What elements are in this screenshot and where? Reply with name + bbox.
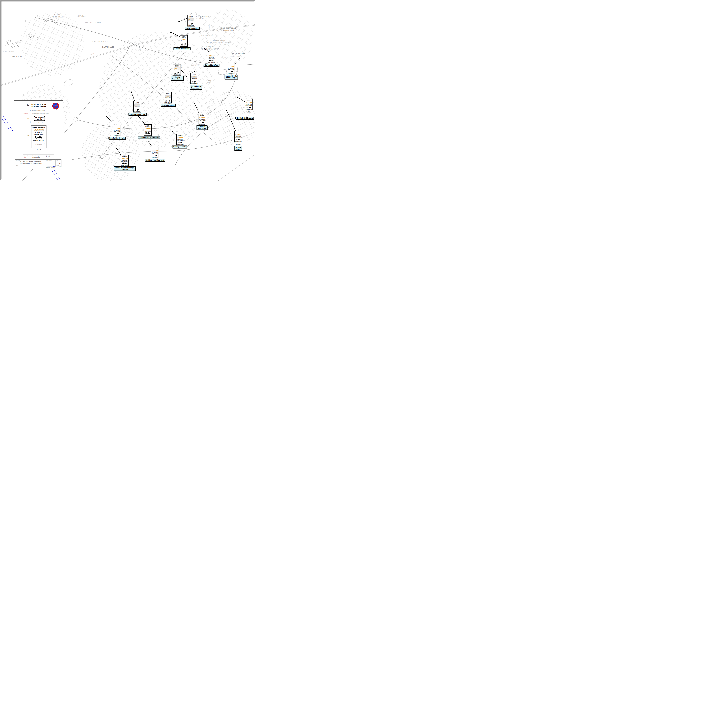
integrar-note: (Per integrar en senyal de Ø 60) (30, 110, 44, 111)
children-car-icon (31, 135, 46, 139)
children-car-icon (151, 154, 159, 157)
school-label: Col·legi Pare Manyanet (145, 159, 165, 161)
school-label: Col·legiSant Josep (197, 125, 208, 130)
school-sign: CARRIL RESERVAT ÚS EXCLUSIU ACCÉS ALUMNE… (208, 52, 215, 63)
school-sign: CARRIL RESERVAT ÚS EXCLUSIU ACCÉS ALUMNE… (245, 99, 253, 110)
legend-panel: 2 x de 07:30h a 09:15h de 11:45h a 18:00… (14, 101, 63, 169)
org-cell: Guàrdia UrbanaMobilitat i Circulació (46, 165, 55, 167)
exp-cell: Exp. (55, 160, 61, 162)
children-car-icon (228, 70, 234, 73)
school-sign: CARRIL RESERVAT ÚS EXCLUSIU ACCÉS ALUMNE… (113, 125, 121, 136)
title-block: Descripció MODIFICACIÓ ESTACIONAMENT PER… (15, 159, 61, 167)
sign-title: CARRIL RESERVAT (164, 93, 171, 95)
reserved-lane-icon (151, 150, 159, 152)
school-sign: CARRIL RESERVAT ÚS EXCLUSIU ACCÉS ALUMNE… (133, 101, 141, 113)
reserved-lane-icon (31, 128, 46, 131)
school-sign: CARRIL RESERVAT ÚS EXCLUSIU ACCÉS ALUMNE… (121, 155, 128, 166)
school-sign: CARRIL RESERVAT ÚS EXCLUSIU ACCÉS ALUMNE… (198, 114, 206, 125)
sign-title: CARRIL RESERVAT (134, 102, 141, 104)
escala-cell: Escala ---- (55, 165, 61, 167)
sign-title: CARRIL RESERVAT (188, 16, 195, 18)
sign-title: CARRIL RESERVAT (151, 148, 159, 150)
reserved-lane-icon (144, 127, 151, 129)
sign-title: CARRIL RESERVAT (208, 53, 215, 54)
school-label: EscolaMaria Cortina (171, 76, 184, 80)
children-car-icon (144, 132, 151, 134)
school-sign: CARRIL RESERVAT ÚS EXCLUSIU ACCÉS ALUMNE… (144, 124, 151, 136)
children-car-icon (134, 109, 141, 111)
school-sign: CARRIL RESERVAT ÚS EXCLUSIU ACCÉS ALUMNE… (173, 64, 181, 76)
children-car-icon (164, 100, 171, 102)
reserved-lane-icon (121, 157, 128, 160)
reserved-lane-icon (228, 66, 234, 68)
children-car-icon (208, 60, 215, 62)
calendar-sign: En calendariescolar (34, 116, 45, 121)
school-sign: CARRIL RESERVAT ÚS EXCLUSIU ACCÉS ALUMNE… (227, 63, 235, 74)
school-label: Col·legi La Salle (172, 145, 187, 148)
sign-title: CARRIL RESERVAT (199, 114, 206, 116)
school-label: Escola Montsant (185, 27, 200, 29)
children-car-icon (177, 141, 184, 143)
school-label: Escola General Prim (128, 113, 147, 116)
school-sign: CARRIL RESERVAT ÚS EXCLUSIU ACCÉS ALUMNE… (180, 35, 188, 47)
reserved-lane-icon (199, 116, 206, 119)
school-sign: CARRIL RESERVAT ÚS EXCLUSIU ACCÉS ALUMNE… (234, 131, 242, 142)
no-parking-icon: de 07:30h a 09:15hde 11:45h a 18:00h (52, 102, 59, 109)
map-sheet: MAS BATLLEURB. PELAYOINSTITUTPERE MATADI… (0, 0, 255, 180)
school-label: Escola Misericordia (108, 137, 125, 139)
suport-note: (Segons mesures placa suport) (30, 121, 44, 122)
reserved-lane-icon (164, 95, 171, 97)
school-label: Col·legi de laPresentació (190, 85, 202, 89)
sign-title: CARRIL RESERVAT (173, 65, 180, 67)
qty-bottom: 2 x (27, 135, 29, 137)
reserved-lane-icon (191, 76, 198, 78)
children-car-icon (199, 121, 206, 124)
sign-title: CARRIL RESERVAT (121, 156, 128, 157)
sign-title: CARRIL RESERVAT (235, 132, 242, 133)
reserved-lane-icon (134, 104, 141, 106)
qty-mid: 2 x (27, 118, 29, 119)
children-car-icon (113, 133, 121, 135)
sign-title: CARRIL RESERVAT (180, 36, 187, 38)
school-sign: CARRIL RESERVAT ÚS EXCLUSIU ACCÉS ALUMNE… (164, 92, 172, 104)
hours-text: de 07:30h a 09:15h de 11:45h a 18:00h (31, 104, 46, 108)
school-sign: CARRIL RESERVAT ÚS EXCLUSIU ACCÉS ALUMNE… (151, 147, 159, 158)
typo-box-1: Tipografia:Formata Regular Small Caps (B… (22, 112, 53, 114)
children-car-icon (121, 162, 128, 165)
children-car-icon (235, 139, 242, 141)
school-label: Institut EscolaPí del Burgar (225, 75, 238, 79)
size-caption: 90 x 60 (37, 148, 41, 150)
detall-caption: Detall (54, 109, 57, 110)
planol-cell: Plànol 1.1 (55, 162, 61, 165)
sign-title: CARRIL RESERVAT (245, 100, 252, 101)
school-sign: CARRIL RESERVAT ÚS EXCLUSIU ACCÉS ALUMNE… (190, 73, 198, 84)
school-label: Escola Joan Rebull (174, 47, 191, 50)
typo-box-2: Tipografia:Formata Regular Small Caps (N… (23, 154, 54, 159)
children-car-icon (191, 81, 198, 83)
descripcio-cell: Descripció MODIFICACIÓ ESTACIONAMENT PER… (15, 160, 46, 165)
school-sign: CARRIL RESERVAT ÚS EXCLUSIU ACCÉS ALUMNE… (176, 134, 184, 145)
school-label: Col·legi Sant Pau (204, 64, 219, 66)
sign-title: CARRIL RESERVAT (113, 126, 121, 127)
reserved-lane-icon (177, 136, 184, 139)
school-label: Escola Isabel Besora (236, 117, 254, 119)
reserved-lane-icon (173, 67, 180, 69)
reserved-lane-icon (113, 127, 121, 130)
reserved-lane-icon (235, 134, 242, 136)
sign-title: CARRIL RESERVAT (177, 134, 184, 136)
reserved-lane-icon (180, 38, 187, 40)
school-label: Col·legi Maria Rosa Molas (138, 136, 160, 139)
school-label: Escola Bressol Municipall'Olivera (114, 166, 136, 171)
children-car-icon (245, 106, 252, 109)
school-sign: CARRIL RESERVAT ÚS EXCLUSIU ACCÉS ALUMNE… (187, 15, 195, 26)
sign-title: CARRIL RESERVAT (228, 64, 234, 65)
ambit-cell: Àmbit (15, 165, 46, 167)
reserved-lane-icon (188, 18, 195, 20)
sign-title: CARRIL RESERVAT (191, 74, 198, 76)
school-label: I.E.S. Baix Camp (161, 104, 176, 107)
sign-mockup: CARRIL RESERVAT ÚS EXCLUSIU ACCÉS ALUMNE… (31, 125, 46, 148)
children-car-icon (180, 43, 187, 45)
reserved-lane-icon (208, 55, 215, 57)
children-car-icon (188, 23, 195, 25)
children-car-icon (173, 72, 180, 74)
